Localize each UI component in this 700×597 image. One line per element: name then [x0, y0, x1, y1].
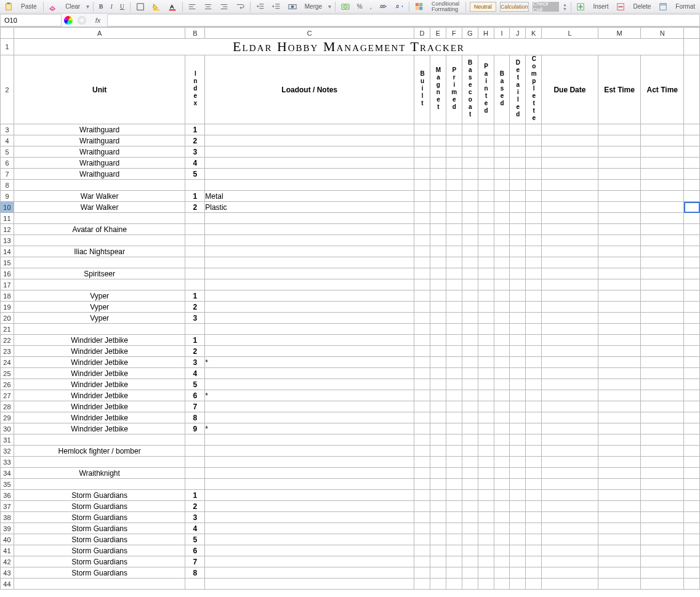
cell-status-6[interactable]	[510, 146, 526, 158]
cell-status-3[interactable]	[462, 556, 478, 567]
cell-est[interactable]	[598, 379, 641, 390]
cell-o[interactable]	[684, 390, 700, 401]
row-8[interactable]: 8	[1, 180, 14, 191]
row-1[interactable]: 1	[1, 39, 14, 55]
cell-status-2[interactable]	[446, 357, 462, 368]
cell-index[interactable]: 2	[185, 302, 205, 313]
cell-act[interactable]	[641, 124, 684, 135]
cell-index[interactable]: 5	[185, 169, 205, 180]
cell-status-3[interactable]	[462, 224, 478, 235]
cell-o[interactable]	[684, 169, 700, 180]
cell-status-1[interactable]	[430, 346, 446, 357]
cell-status-7[interactable]	[526, 235, 542, 246]
cell-status-2[interactable]	[446, 479, 462, 490]
cell-status-2[interactable]	[446, 213, 462, 224]
cell-unit[interactable]: Wraithguard	[14, 158, 185, 169]
cell-status-1[interactable]	[430, 446, 446, 457]
cell-status-3[interactable]	[462, 246, 478, 257]
row-10[interactable]: 10	[1, 202, 14, 213]
cell-status-0[interactable]	[414, 191, 430, 202]
name-box[interactable]: O10	[0, 14, 62, 26]
cell-status-5[interactable]	[494, 324, 510, 335]
col-B[interactable]: B	[185, 28, 205, 39]
eraser-icon[interactable]	[47, 2, 59, 12]
cell-status-3[interactable]	[462, 124, 478, 135]
cell-index[interactable]: 9	[185, 423, 205, 435]
cell-status-5[interactable]	[494, 368, 510, 379]
cell-status-0[interactable]	[414, 313, 430, 324]
cell-status-1[interactable]	[430, 545, 446, 556]
row-38[interactable]: 38	[1, 512, 14, 523]
cell-status-3[interactable]	[462, 357, 478, 368]
cell-status-5[interactable]	[494, 313, 510, 324]
cell-status-0[interactable]	[414, 257, 430, 268]
cell-status-3[interactable]	[462, 135, 478, 146]
cell-notes[interactable]	[205, 135, 414, 146]
cell-status-2[interactable]	[446, 335, 462, 346]
cell-unit[interactable]: Windrider Jetbike	[14, 357, 185, 368]
cell-status-3[interactable]	[462, 390, 478, 401]
cell-status-5[interactable]	[494, 556, 510, 567]
cell-status-5[interactable]	[494, 501, 510, 512]
cell-due[interactable]	[542, 302, 598, 313]
cell-est[interactable]	[598, 158, 641, 169]
cell-o[interactable]	[684, 490, 700, 501]
cell-status-5[interactable]	[494, 512, 510, 523]
hdr-status-1[interactable]: Magnet	[430, 55, 446, 124]
cell-index[interactable]: 2	[185, 346, 205, 357]
delete-cells-icon[interactable]	[614, 2, 627, 12]
row-4[interactable]: 4	[1, 135, 14, 146]
cell-unit[interactable]: Windrider Jetbike	[14, 368, 185, 379]
row-7[interactable]: 7	[1, 169, 14, 180]
cell-est[interactable]	[598, 556, 641, 567]
cell-status-4[interactable]	[478, 379, 494, 390]
cell-unit[interactable]: Spiritseer	[14, 268, 185, 279]
cell-status-5[interactable]	[494, 468, 510, 479]
cell-status-0[interactable]	[414, 512, 430, 523]
formula-input[interactable]	[107, 14, 700, 26]
cell-status-1[interactable]	[430, 235, 446, 246]
cell-unit[interactable]	[14, 457, 185, 468]
cell-status-5[interactable]	[494, 401, 510, 412]
cell-est[interactable]	[598, 191, 641, 202]
cell[interactable]	[684, 55, 700, 124]
cell-status-1[interactable]	[430, 490, 446, 501]
indent-increase-icon[interactable]	[270, 2, 283, 12]
row-13[interactable]: 13	[1, 235, 14, 246]
cell-index[interactable]	[185, 457, 205, 468]
cell-index[interactable]: 6	[185, 545, 205, 556]
cell-status-1[interactable]	[430, 357, 446, 368]
cell-status-7[interactable]	[526, 523, 542, 534]
cell-status-5[interactable]	[494, 202, 510, 213]
cell-est[interactable]	[598, 290, 641, 302]
cell-status-2[interactable]	[446, 169, 462, 180]
cell-act[interactable]	[641, 313, 684, 324]
cell-status-4[interactable]	[478, 435, 494, 446]
cell-status-1[interactable]	[430, 523, 446, 534]
cell-status-4[interactable]	[478, 446, 494, 457]
cell-status-1[interactable]	[430, 479, 446, 490]
cell-status-6[interactable]	[510, 401, 526, 412]
cell-due[interactable]	[542, 324, 598, 335]
cell-act[interactable]	[641, 567, 684, 579]
cell-est[interactable]	[598, 224, 641, 235]
cell-status-7[interactable]	[526, 313, 542, 324]
col-D[interactable]: D	[414, 28, 430, 39]
cell-index[interactable]: 5	[185, 379, 205, 390]
cell-unit[interactable]: Storm Guardians	[14, 501, 185, 512]
row-42[interactable]: 42	[1, 556, 14, 567]
cell-act[interactable]	[641, 579, 684, 590]
cell-status-0[interactable]	[414, 213, 430, 224]
cell-o[interactable]	[684, 534, 700, 545]
cell-status-2[interactable]	[446, 545, 462, 556]
cell-notes[interactable]	[205, 290, 414, 302]
cell-unit[interactable]: Storm Guardians	[14, 523, 185, 534]
cell-est[interactable]	[598, 324, 641, 335]
hdr-unit[interactable]: Unit	[14, 55, 185, 124]
cell-notes[interactable]	[205, 268, 414, 279]
style-calculation[interactable]: Calculation	[500, 2, 529, 12]
cell-unit[interactable]: Hemlock fighter / bomber	[14, 446, 185, 457]
cell-status-7[interactable]	[526, 324, 542, 335]
cell-status-6[interactable]	[510, 446, 526, 457]
cell-status-3[interactable]	[462, 268, 478, 279]
